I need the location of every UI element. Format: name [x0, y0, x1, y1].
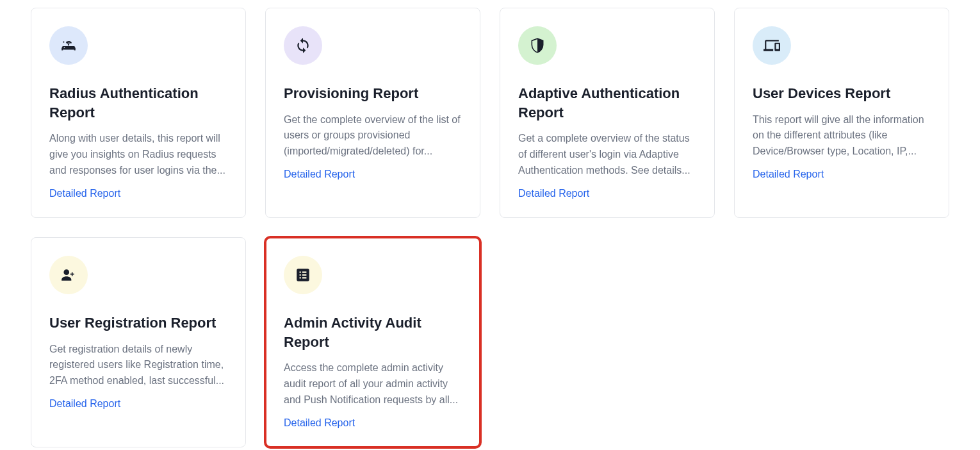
card-description: Access the complete admin activity audit… — [284, 360, 462, 408]
detailed-report-link[interactable]: Detailed Report — [284, 417, 355, 429]
detailed-report-link[interactable]: Detailed Report — [49, 398, 120, 410]
sync-icon — [284, 26, 322, 65]
detailed-report-link[interactable]: Detailed Report — [284, 169, 355, 180]
card-title: User Registration Report — [49, 313, 227, 333]
report-card-provisioning[interactable]: Provisioning Report Get the complete ove… — [265, 8, 480, 218]
user-add-icon — [49, 256, 88, 294]
list-icon — [284, 256, 322, 294]
svg-point-2 — [63, 269, 69, 275]
card-title: Admin Activity Audit Report — [284, 313, 462, 351]
detailed-report-link[interactable]: Detailed Report — [518, 188, 589, 199]
report-card-radius-authentication[interactable]: Radius Authentication Report Along with … — [31, 8, 246, 218]
card-description: Get the complete overview of the list of… — [284, 112, 462, 160]
card-title: Provisioning Report — [284, 84, 462, 103]
svg-point-1 — [64, 47, 65, 48]
report-card-admin-activity-audit[interactable]: Admin Activity Audit Report Access the c… — [265, 237, 480, 447]
report-card-adaptive-authentication[interactable]: Adaptive Authentication Report Get a com… — [500, 8, 715, 218]
card-description: Along with user details, this report wil… — [49, 131, 227, 178]
detailed-report-link[interactable]: Detailed Report — [49, 188, 120, 199]
card-description: This report will give all the informatio… — [753, 112, 931, 160]
card-title: User Devices Report — [753, 84, 931, 103]
shield-icon — [518, 26, 557, 65]
router-icon — [49, 26, 88, 65]
report-card-user-devices[interactable]: User Devices Report This report will giv… — [734, 8, 949, 218]
reports-grid: Radius Authentication Report Along with … — [31, 8, 949, 447]
card-description: Get registration details of newly regist… — [49, 342, 227, 389]
card-title: Radius Authentication Report — [49, 84, 227, 122]
detailed-report-link[interactable]: Detailed Report — [753, 169, 824, 180]
report-card-user-registration[interactable]: User Registration Report Get registratio… — [31, 237, 246, 447]
card-description: Get a complete overview of the status of… — [518, 131, 696, 178]
card-title: Adaptive Authentication Report — [518, 84, 696, 122]
devices-icon — [753, 26, 791, 65]
